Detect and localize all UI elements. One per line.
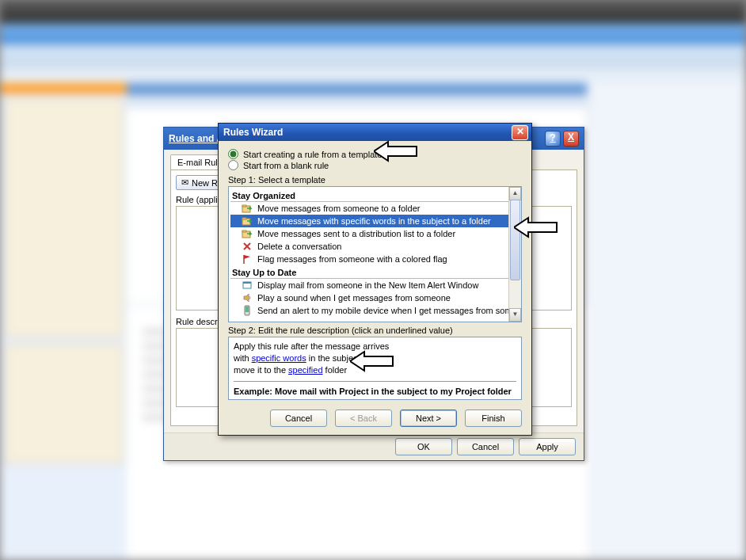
template-item[interactable]: Move messages from someone to a folder [230,202,509,215]
radio-template-input[interactable] [228,149,238,159]
template-listbox[interactable]: ▲ ▼ Stay OrganizedMove messages from som… [228,186,522,322]
move-folder-icon [242,203,253,214]
new-rule-icon: ✉ [181,177,188,188]
template-item[interactable]: Move messages with specific words in the… [230,215,509,227]
template-item-label: Display mail from someone in the New Ite… [257,280,478,290]
step1-label: Step 1: Select a template [228,175,522,185]
template-item-label: Move messages sent to a distribution lis… [257,229,455,238]
cancel-button[interactable]: Cancel [270,410,327,427]
apply-button[interactable]: Apply [519,438,576,455]
description-box: Apply this rule after the message arrive… [228,337,522,400]
template-category: Stay Organized [230,190,509,202]
template-item[interactable]: Play a sound when I get messages from so… [230,291,509,304]
delete-x-icon [242,241,253,252]
link-specified-folder[interactable]: specified [288,365,322,375]
help-icon[interactable]: ? [545,131,561,147]
template-item-label: Move messages from someone to a folder [257,204,420,213]
finish-button[interactable]: Finish [465,410,522,427]
template-item[interactable]: Move messages sent to a distribution lis… [230,227,509,240]
svg-rect-1 [242,205,246,207]
radio-start-from-blank[interactable]: Start from a blank rule [228,160,522,170]
close-icon[interactable]: ✕ [512,125,528,140]
svg-rect-12 [245,307,249,312]
sound-icon [242,292,253,303]
cancel-button[interactable]: Cancel [457,438,514,455]
ok-button[interactable]: OK [395,438,452,455]
desc-line-1: Apply this rule after the message arrive… [234,341,516,352]
scroll-thumb[interactable] [510,200,520,280]
template-item[interactable]: Send an alert to my mobile device when I… [230,304,509,317]
scrollbar[interactable]: ▲ ▼ [508,187,521,322]
close-icon[interactable]: X [563,131,579,147]
scroll-up-icon[interactable]: ▲ [509,187,521,200]
template-item-label: Flag messages from someone with a colore… [257,254,447,264]
template-item-label: Send an alert to my mobile device when I… [257,306,522,315]
template-item[interactable]: Delete a conversation [230,240,509,253]
wizard-titlebar: Rules Wizard ✕ [219,124,531,141]
desc-line-2: with specific words in the subject [234,352,516,364]
scroll-down-icon[interactable]: ▼ [509,308,521,322]
flag-icon [242,253,253,265]
desc-line-3: move it to the specified folder [234,364,516,376]
link-specific-words[interactable]: specific words [252,353,306,363]
move-folder-icon [242,215,253,227]
template-item[interactable]: Display mail from someone in the New Ite… [230,279,509,291]
rules-wizard-dialog: Rules Wizard ✕ Start creating a rule fro… [218,123,532,436]
template-item[interactable]: Flag messages from someone with a colore… [230,253,509,265]
radio-start-from-template[interactable]: Start creating a rule from a template [228,149,522,159]
back-button: < Back [335,410,392,427]
wizard-button-row: Cancel < Back Next > Finish [228,410,522,427]
move-folder-icon [242,228,253,239]
radio-blank-input[interactable] [228,160,238,170]
start-mode-radiogroup: Start creating a rule from a template St… [228,149,522,170]
template-category: Stay Up to Date [230,267,509,279]
svg-rect-5 [242,230,246,232]
wizard-title: Rules Wizard [223,127,283,138]
svg-rect-3 [242,218,246,219]
svg-rect-10 [243,282,251,284]
mobile-icon [242,305,253,316]
next-button[interactable]: Next > [400,410,457,427]
step2-label: Step 2: Edit the rule description (click… [228,326,522,335]
template-item-label: Move messages with specific words in the… [257,216,491,226]
template-item-label: Delete a conversation [257,242,341,251]
example-text: Example: Move mail with Project in the s… [234,387,516,396]
alert-icon [242,280,253,291]
template-item-label: Play a sound when I get messages from so… [257,293,451,303]
